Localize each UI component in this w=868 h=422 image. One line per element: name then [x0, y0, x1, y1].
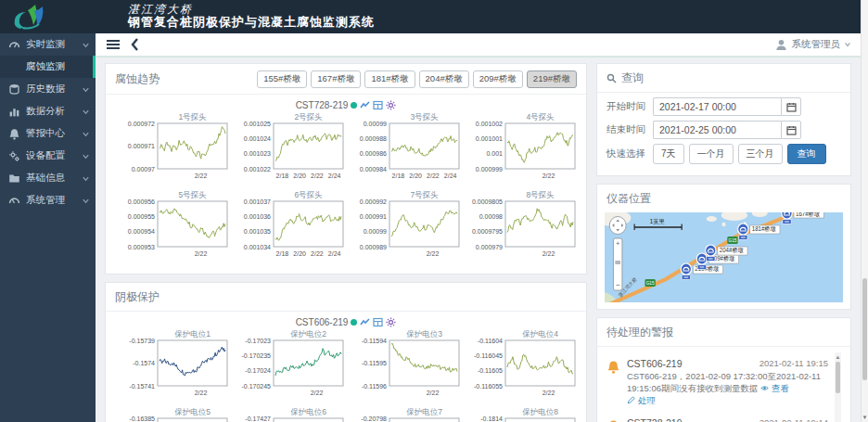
- back-arrow-icon[interactable]: [129, 37, 140, 52]
- data-table-toggle-icon[interactable]: [373, 100, 383, 110]
- svg-text:保护电位6: 保护电位6: [290, 407, 326, 416]
- legend-dot-icon[interactable]: [351, 102, 357, 109]
- sidebar-item-2[interactable]: 历史数据: [0, 78, 96, 100]
- end-calendar-button[interactable]: [781, 121, 801, 139]
- sidebar-item-1[interactable]: 实时监测: [0, 33, 96, 56]
- map-zoom-slider[interactable]: +−: [613, 238, 621, 290]
- alerts-scrollbar[interactable]: ▲: [835, 352, 841, 422]
- svg-text:2/18: 2/18: [276, 173, 289, 179]
- svg-text:0.001037: 0.001037: [244, 198, 271, 205]
- pier-button[interactable]: 155#桥墩: [257, 70, 307, 88]
- mini-chart: 保护电位3-0.11594-0.11595-0.115962/22: [347, 328, 463, 403]
- svg-text:0.000979: 0.000979: [476, 244, 503, 250]
- scrollbar-thumb[interactable]: [862, 278, 867, 380]
- gauge-icon: [8, 39, 20, 51]
- sidebar-item-label: 基础信息: [26, 172, 82, 185]
- svg-text:2/20: 2/20: [293, 173, 306, 179]
- line-chart-toggle-icon[interactable]: [360, 317, 370, 327]
- scrollbar-down-arrow[interactable]: ▼: [862, 413, 868, 422]
- cathodic-protection-title: 阴极保护: [115, 289, 577, 305]
- svg-text:8号探头: 8号探头: [526, 190, 555, 199]
- chart-cell: 保护电位2-0.17023-0.170235-0.17024-0.1702452…: [231, 328, 347, 406]
- quick-select-label: 快速选择: [606, 147, 653, 160]
- svg-text:5号探头: 5号探头: [178, 190, 207, 199]
- svg-text:7号探头: 7号探头: [410, 190, 439, 199]
- pier-button[interactable]: 181#桥墩: [364, 70, 415, 88]
- sidebar-item-5[interactable]: 设备配置: [0, 145, 96, 167]
- sidebar-item-7[interactable]: 系统管理: [0, 189, 96, 211]
- svg-text:-0.20798: -0.20798: [361, 416, 387, 422]
- mini-chart: 保护电位8-0.1814-0.18141-0.181422/22: [463, 406, 579, 422]
- svg-text:0.001023: 0.001023: [244, 150, 271, 157]
- svg-text:-0.116045: -0.116045: [474, 352, 503, 359]
- user-menu[interactable]: 系统管理员: [775, 38, 852, 51]
- pier-button[interactable]: 167#桥墩: [311, 70, 361, 88]
- svg-text:2/18: 2/18: [276, 250, 289, 257]
- svg-text:-0.17427: -0.17427: [245, 416, 271, 422]
- quick-select-button[interactable]: 7天: [653, 144, 684, 164]
- svg-text:3号探头: 3号探头: [410, 112, 439, 121]
- svg-text:-0.15741: -0.15741: [129, 383, 155, 390]
- svg-text:-0.11604: -0.11604: [478, 338, 503, 344]
- pier-button[interactable]: 219#桥墩: [527, 70, 577, 88]
- pier-button[interactable]: 204#桥墩: [419, 70, 469, 88]
- alerts-scroll-thumb[interactable]: [836, 362, 840, 393]
- svg-text:0.000984: 0.000984: [360, 166, 387, 173]
- quick-select-button[interactable]: 一个月: [689, 144, 734, 164]
- sidebar-subitem-active[interactable]: 腐蚀监测: [0, 56, 96, 78]
- alert-view-link[interactable]: 查看: [760, 383, 789, 393]
- line-chart-toggle-icon[interactable]: [360, 100, 370, 110]
- eye-icon: [760, 384, 769, 392]
- svg-text:2/24: 2/24: [444, 173, 457, 179]
- svg-text:-0.17023: -0.17023: [245, 338, 271, 344]
- sidebar-item-6[interactable]: 基础信息: [0, 167, 96, 189]
- chevron-down-icon: [844, 41, 851, 48]
- svg-text:保护电位3: 保护电位3: [406, 329, 442, 339]
- page-scrollbar[interactable]: ▼: [861, 0, 868, 422]
- sidebar-item-3[interactable]: 数据分析: [0, 100, 96, 122]
- alert-device: CST728-219: [627, 417, 683, 422]
- end-time-input[interactable]: [653, 121, 781, 139]
- instrument-location-title: 仪器位置: [606, 191, 841, 207]
- map-canvas[interactable]: G15G15湛江湾大桥219#桥墩209#桥墩204#桥墩181#桥墩167#桥…: [605, 212, 843, 302]
- alert-handle-link[interactable]: 处理: [627, 395, 656, 405]
- pending-alerts-title: 待处理的警报: [606, 325, 841, 340]
- svg-text:-0.170235: -0.170235: [241, 352, 271, 359]
- calendar-icon: [786, 125, 797, 135]
- hamburger-menu-icon[interactable]: [105, 37, 121, 52]
- svg-text:2/20: 2/20: [293, 250, 306, 257]
- chart-cell: 保护电位7-0.20798-0.207992/22: [347, 406, 463, 422]
- pier-button[interactable]: 209#桥墩: [473, 70, 523, 88]
- quick-select-button[interactable]: 三个月: [738, 144, 783, 164]
- folder-icon: [8, 173, 20, 185]
- settings-gear-icon[interactable]: [386, 317, 396, 327]
- start-calendar-button[interactable]: [781, 97, 801, 116]
- svg-text:-0.11594: -0.11594: [362, 338, 387, 344]
- map[interactable]: G15G15湛江湾大桥219#桥墩209#桥墩204#桥墩181#桥墩167#桥…: [605, 212, 843, 302]
- svg-text:0.000971: 0.000971: [128, 143, 155, 149]
- toolbar: 系统管理员: [96, 33, 861, 58]
- svg-text:0.000991: 0.000991: [360, 213, 387, 220]
- corrosion-trend-title: 腐蚀趋势: [115, 71, 160, 87]
- svg-text:0.000953: 0.000953: [128, 244, 155, 250]
- svg-text:2号探头: 2号探头: [294, 112, 323, 121]
- chart-cell: 保护电位5-0.16385-0.163855-0.163862/22: [115, 406, 231, 422]
- svg-text:0.001034: 0.001034: [244, 244, 271, 250]
- legend-dot-icon[interactable]: [351, 319, 357, 326]
- query-submit-button[interactable]: 查询: [787, 144, 826, 164]
- sidebar-item-label: 数据分析: [26, 105, 82, 118]
- data-table-toggle-icon[interactable]: [373, 317, 383, 327]
- settings-gear-icon[interactable]: [386, 100, 396, 110]
- mini-chart: 4号探头0.0010020.0010010.0010.0009992/22: [463, 111, 579, 185]
- chart-cell: 保护电位6-0.17427-0.174282/22: [231, 406, 347, 422]
- svg-text:0.001036: 0.001036: [244, 213, 271, 220]
- mini-chart: 8号探头0.00098050.000980.00097950.0009792/2…: [463, 189, 579, 263]
- map-pan-control[interactable]: [609, 217, 626, 235]
- start-time-input[interactable]: [653, 97, 781, 116]
- alerts-scroll-up[interactable]: ▲: [835, 352, 841, 361]
- edit-icon: [627, 396, 635, 404]
- svg-text:-0.1574: -0.1574: [133, 360, 155, 366]
- sidebar-item-4[interactable]: 警报中心: [0, 122, 96, 145]
- svg-text:2/22: 2/22: [427, 173, 440, 179]
- sidebar-item-label: 系统管理: [26, 194, 82, 207]
